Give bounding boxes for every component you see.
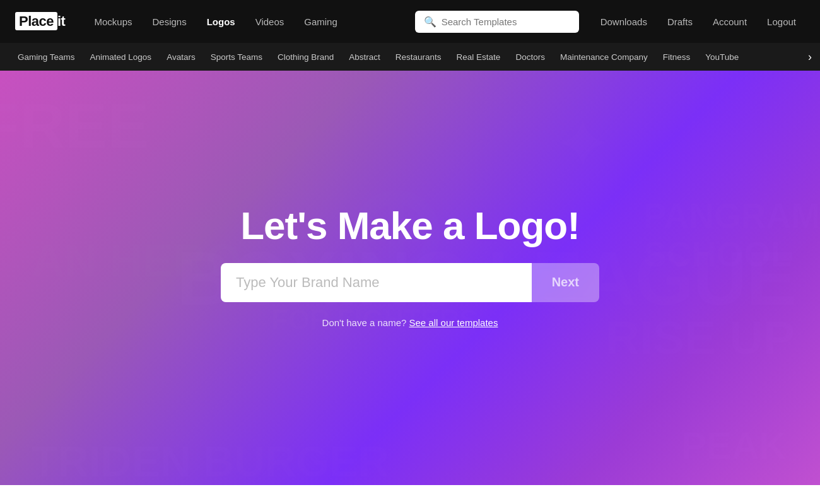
hero-content: Let's Make a Logo! Next Don't have a nam… xyxy=(221,203,599,353)
next-button[interactable]: Next xyxy=(532,263,599,302)
bg-watermark-1: free xyxy=(0,90,149,162)
cat-scroll-right[interactable]: › xyxy=(800,43,820,71)
hero-subtext: Don't have a name? See all our templates xyxy=(322,317,498,328)
nav-designs[interactable]: Designs xyxy=(143,11,195,32)
cat-clothing-brand[interactable]: Clothing Brand xyxy=(270,49,341,66)
site-logo[interactable]: Placeit xyxy=(15,13,65,30)
bg-watermark-2: AN HERO xyxy=(32,235,241,286)
cat-gaming-teams[interactable]: Gaming Teams xyxy=(10,49,83,66)
cat-maintenance[interactable]: Maintenance Company xyxy=(553,49,655,66)
bg-watermark-9: RISE UP xyxy=(606,310,795,365)
cat-youtube[interactable]: YouTube xyxy=(698,49,746,66)
hero-title: Let's Make a Logo! xyxy=(240,203,580,248)
right-nav: Downloads Drafts Account Logout xyxy=(592,11,805,32)
nav-account[interactable]: Account xyxy=(704,11,756,32)
bg-watermark-6: TRIDEN BURGER xyxy=(32,437,389,485)
nav-logos[interactable]: Logos xyxy=(198,11,244,32)
bg-watermark-8: PANGRAMSCHOOL xyxy=(643,197,820,273)
search-icon: 🔍 xyxy=(424,16,436,28)
brand-name-input[interactable] xyxy=(221,263,532,302)
main-nav: Mockups Designs Logos Videos Gaming xyxy=(85,11,402,32)
cat-real-estate[interactable]: Real Estate xyxy=(449,49,508,66)
cat-avatars[interactable]: Avatars xyxy=(159,49,203,66)
hero-section: free AN HERO TRIDEN BURGER BOXING LEAGUE… xyxy=(0,71,820,485)
cat-animated-logos[interactable]: Animated Logos xyxy=(83,49,160,66)
nav-downloads[interactable]: Downloads xyxy=(592,11,656,32)
cat-doctors[interactable]: Doctors xyxy=(508,49,553,66)
cat-sports-teams[interactable]: Sports Teams xyxy=(203,49,270,66)
nav-gaming[interactable]: Gaming xyxy=(295,11,346,32)
cat-abstract[interactable]: Abstract xyxy=(341,49,388,66)
nav-videos[interactable]: Videos xyxy=(247,11,293,32)
brand-input-row: Next xyxy=(221,263,599,302)
search-bar[interactable]: 🔍 xyxy=(415,11,579,33)
top-navigation: Placeit Mockups Designs Logos Videos Gam… xyxy=(0,0,820,43)
bg-watermark-10: PEAK xyxy=(681,424,787,467)
nav-drafts[interactable]: Drafts xyxy=(659,11,701,32)
bg-watermark-7: ✦ xyxy=(555,108,608,182)
nav-mockups[interactable]: Mockups xyxy=(85,11,141,32)
search-input[interactable] xyxy=(442,16,570,27)
category-bar: Gaming Teams Animated Logos Avatars Spor… xyxy=(0,43,820,71)
cat-fitness[interactable]: Fitness xyxy=(655,49,698,66)
nav-logout[interactable]: Logout xyxy=(758,11,805,32)
see-all-templates-link[interactable]: See all our templates xyxy=(409,317,498,328)
cat-restaurants[interactable]: Restaurants xyxy=(388,49,449,66)
